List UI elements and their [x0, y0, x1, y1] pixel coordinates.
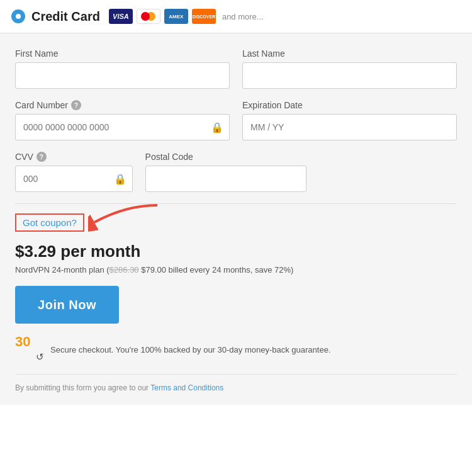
- coupon-arrow: [88, 200, 164, 232]
- mastercard-logo: [137, 9, 160, 24]
- first-name-input[interactable]: [15, 62, 230, 89]
- payment-method-radio[interactable]: [11, 9, 25, 23]
- card-number-wrapper: 🔒: [15, 114, 230, 140]
- terms-row: By submitting this form you agree to our…: [15, 374, 457, 392]
- card-number-group: Card Number ? 🔒: [15, 100, 230, 140]
- postal-label: Postal Code: [145, 152, 307, 162]
- last-name-input[interactable]: [242, 62, 457, 89]
- terms-link[interactable]: Terms and Conditions: [150, 383, 223, 392]
- visa-logo: VISA: [109, 9, 133, 24]
- payment-card: Credit Card VISA AMEX DISCOVER and more.…: [0, 0, 472, 476]
- payment-form: First Name Last Name Card Number ? 🔒: [0, 33, 472, 405]
- card-logos: VISA AMEX DISCOVER and more...: [109, 9, 264, 24]
- cvv-group: CVV ? 🔒: [15, 152, 133, 192]
- plan-label: NordVPN 24-month plan: [15, 265, 104, 275]
- guarantee-row: 30 ↺ Secure checkout. You're 100% backed…: [15, 335, 457, 364]
- refresh-icon: ↺: [36, 351, 44, 363]
- last-name-label: Last Name: [242, 48, 457, 59]
- coupon-link[interactable]: Got coupon?: [15, 213, 84, 232]
- payment-method-title: Credit Card: [31, 9, 100, 24]
- name-row: First Name Last Name: [15, 48, 457, 89]
- postal-input[interactable]: [145, 166, 307, 192]
- first-name-label: First Name: [15, 48, 230, 59]
- expiration-input[interactable]: [242, 114, 457, 140]
- discover-logo: DISCOVER: [192, 9, 216, 24]
- guarantee-text: Secure checkout. You're 100% backed by o…: [50, 345, 331, 354]
- postal-group: Postal Code: [145, 152, 307, 192]
- savings-text: billed every 24 months, save 72%: [169, 265, 291, 275]
- price-section: $3.29 per month NordVPN 24-month plan ($…: [15, 242, 457, 275]
- price-desc: NordVPN 24-month plan ($286.30 $79.00 bi…: [15, 265, 457, 275]
- and-more-label: and more...: [222, 12, 264, 21]
- amex-logo: AMEX: [164, 9, 188, 24]
- card-number-input[interactable]: [15, 114, 230, 140]
- section-divider: [15, 203, 457, 204]
- payment-header: Credit Card VISA AMEX DISCOVER and more.…: [0, 0, 472, 33]
- cvv-wrapper: 🔒: [15, 166, 133, 192]
- cvv-input[interactable]: [15, 166, 133, 192]
- price-main: $3.29 per month: [15, 242, 457, 261]
- guarantee-days: 30: [15, 334, 30, 349]
- current-price: $79.00: [141, 265, 166, 275]
- expiration-group: Expiration Date: [242, 100, 457, 140]
- last-name-group: Last Name: [242, 48, 457, 89]
- card-number-help-icon[interactable]: ?: [71, 100, 81, 110]
- first-name-group: First Name: [15, 48, 230, 89]
- original-price: $286.30: [110, 265, 139, 275]
- join-now-button[interactable]: Join Now: [15, 286, 119, 324]
- cvv-label: CVV ?: [15, 152, 133, 162]
- expiration-label: Expiration Date: [242, 100, 457, 110]
- cvv-postal-row: CVV ? 🔒 Postal Code: [15, 152, 457, 192]
- card-exp-row: Card Number ? 🔒 Expiration Date: [15, 100, 457, 140]
- cvv-help-icon[interactable]: ?: [37, 152, 47, 162]
- guarantee-badge: 30 ↺: [15, 335, 44, 364]
- card-number-label: Card Number ?: [15, 100, 230, 110]
- coupon-row: Got coupon?: [15, 213, 457, 232]
- terms-prefix: By submitting this form you agree to our: [15, 383, 149, 392]
